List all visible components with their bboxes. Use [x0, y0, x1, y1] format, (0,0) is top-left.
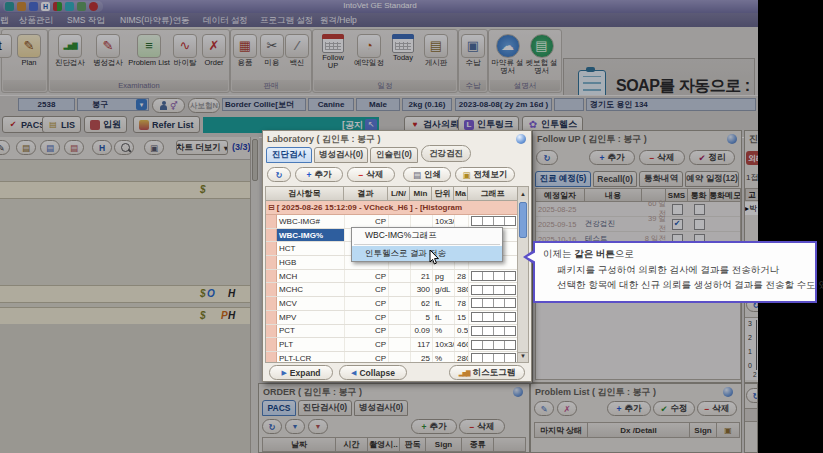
menu-data-settings[interactable]: 데이터 설정: [203, 15, 248, 27]
queue-col-header[interactable]: 고: [745, 188, 758, 201]
problem-window-orb[interactable]: [723, 387, 733, 397]
menu-remote-help[interactable]: 원격/Help: [320, 15, 357, 27]
print-preview-button[interactable]: ▤: [40, 140, 60, 155]
collapse-icon[interactable]: ⊟: [266, 203, 277, 212]
ribbon-item-supplies[interactable]: ▦ 용품: [232, 34, 258, 67]
lab-group-row[interactable]: ⊟ [ 2025-08-26 15:12:09 - VCheck_H6 ] - …: [266, 201, 528, 215]
lab-row[interactable]: PLTCP11710x3/460: [266, 338, 528, 352]
ribbon-item-pathology-test[interactable]: ✎ 병성검사: [90, 34, 126, 67]
lab-tab-insulin[interactable]: 인슐린(0): [370, 147, 418, 163]
followup-refresh-button[interactable]: ↻: [536, 150, 558, 165]
ribbon-item-problem-list[interactable]: ≡ Problem List: [128, 34, 170, 67]
problem-delete-button[interactable]: −삭제: [697, 401, 737, 416]
copy-button[interactable]: ▣: [144, 140, 164, 155]
scroll-down-button[interactable]: ▼: [518, 352, 528, 362]
queue-row[interactable]: ▸박: [745, 202, 758, 215]
call-checkbox[interactable]: [694, 204, 705, 215]
refer-list-button[interactable]: Refer List: [133, 116, 200, 133]
lab-add-button[interactable]: +추가: [295, 167, 343, 182]
order-tab-diagnostic[interactable]: 진단검사(0): [298, 400, 352, 416]
ribbon-item-diagnostic-test[interactable]: ▂▅▇ 진단검사: [52, 34, 88, 67]
chart-band-1[interactable]: $: [0, 181, 250, 199]
birthdate-field[interactable]: 2023-08-08( 2y 2m 16d ): [455, 98, 552, 111]
chart-more-button[interactable]: 차트 더보기▾: [176, 140, 228, 155]
ribbon-item-order[interactable]: ✗ Order: [200, 34, 228, 67]
quick-access-toolbar[interactable]: H: [3, 1, 103, 12]
lab-print-button[interactable]: ▤인쇄: [403, 167, 451, 182]
hospital-icon[interactable]: H: [41, 2, 50, 11]
lab-row[interactable]: PCTCP0.09%0.5: [266, 325, 528, 339]
key-icon[interactable]: [29, 2, 38, 11]
record-icon[interactable]: [89, 2, 98, 11]
followup-window-orb[interactable]: [727, 134, 737, 144]
followup-row[interactable]: 2025-08-25 60 일전: [536, 202, 740, 217]
followup-delete-button[interactable]: −삭제: [639, 150, 685, 165]
ribbon-item-narcotics-guide[interactable]: ☁ 마약류 설명서: [491, 34, 524, 75]
empty-field[interactable]: [554, 98, 584, 111]
ribbon-item-vital[interactable]: ∿ 바이탈: [170, 34, 200, 67]
temperature-icon[interactable]: [65, 2, 74, 11]
ribbon-item-reservation[interactable]: ◔ 예약일정: [352, 34, 386, 67]
lab-delete-button[interactable]: −삭제: [347, 167, 395, 182]
lab-tab-diagnostic[interactable]: 진단검사: [266, 147, 312, 163]
menu-nims[interactable]: NIMS(마약류)연동: [120, 15, 189, 27]
problem-tool2-button[interactable]: ✗: [557, 401, 577, 416]
insurance-badge[interactable]: 사보험N: [188, 98, 220, 113]
followup-tab-scheduled[interactable]: 진료 예정(5): [535, 171, 591, 187]
problem-header-icon[interactable]: ▣: [717, 423, 739, 437]
clients-icon[interactable]: [17, 2, 26, 11]
ribbon-item-board[interactable]: ▤ 게시판: [420, 34, 452, 67]
followup-tab-call-history[interactable]: 통화내역: [639, 171, 683, 187]
ribbon-item-payment[interactable]: ▣ 수납: [461, 34, 485, 67]
lab-row[interactable]: MPVCP5fL15: [266, 311, 528, 325]
order-tab-pathology[interactable]: 병성검사(0): [354, 400, 408, 416]
print-button[interactable]: ▤: [16, 140, 36, 155]
weight-field[interactable]: 2kg (0.16): [402, 98, 452, 111]
chart-band-3[interactable]: $ P H: [0, 307, 250, 325]
lab-row[interactable]: PLT-LCRCP25%280: [266, 352, 528, 363]
problem-edit-button[interactable]: ✔수정: [653, 401, 695, 416]
lab-collapse-button[interactable]: ◀Collapse: [339, 365, 407, 380]
order-add-button[interactable]: +추가: [411, 419, 457, 434]
lab-view-all-button[interactable]: ▣전체보기: [455, 167, 515, 182]
order-filter-clear-button[interactable]: ▼: [308, 419, 328, 434]
menu-item-send-to-intohealth[interactable]: 인투헬스로 결과 전송: [352, 246, 502, 261]
breed-field[interactable]: Border Collie[보더: [222, 98, 306, 111]
cut-tool-button[interactable]: ✎: [0, 140, 10, 155]
scroll-up-button[interactable]: ▲: [518, 187, 528, 200]
chart-number-field[interactable]: 2538: [18, 98, 75, 111]
order-delete-button[interactable]: −삭제: [459, 419, 505, 434]
followup-add-button[interactable]: +추가: [589, 150, 635, 165]
ribbon-item-follow-up[interactable]: Follow UP: [316, 34, 350, 70]
ribbon-item-plan[interactable]: ✎ Plan: [12, 34, 46, 67]
followup-row[interactable]: 2025-09-15 건강검진 39 일전 ✔: [536, 217, 740, 232]
followup-tab-recall[interactable]: Recall(0): [593, 171, 637, 187]
menu-item-graph[interactable]: WBC-IMG%그래프: [352, 228, 502, 243]
lab-histogram-button[interactable]: ▂▅▇히스토그램: [449, 365, 525, 380]
ribbon-item-cut[interactable]: t: [0, 34, 12, 58]
lab-tab-checkup[interactable]: 건강검진: [421, 145, 471, 162]
search-button[interactable]: [114, 140, 134, 155]
vaccine-refresh-button[interactable]: ↻: [746, 388, 758, 403]
ribbon-item-vaccine[interactable]: ∕ 백신: [285, 34, 309, 67]
image-icon[interactable]: [77, 2, 86, 11]
ribbon-item-pet-insurance-guide[interactable]: ▤ 펫보험 설명서: [525, 34, 558, 75]
owner-button[interactable]: ⚥: [152, 98, 185, 113]
menu-products[interactable]: 상품관리: [19, 15, 53, 27]
ribbon-item-today[interactable]: Today: [388, 34, 418, 62]
followup-clean-button[interactable]: ✔정리: [689, 150, 735, 165]
order-tab-pacs[interactable]: PACS: [262, 400, 296, 416]
order-filter-button[interactable]: ▼: [285, 419, 305, 434]
menu-lab[interactable]: 랩: [0, 15, 9, 27]
followup-tab-reservations[interactable]: 예약 일정(12): [685, 171, 739, 187]
problem-tool-button[interactable]: ✎: [534, 401, 554, 416]
sex-field[interactable]: Male: [356, 98, 400, 111]
hospital-doc-button[interactable]: H: [92, 140, 112, 155]
lab-row[interactable]: MCHCCP300g/dL380: [266, 283, 528, 297]
print-settings-button[interactable]: ▤: [64, 140, 84, 155]
lab-table-scrollbar[interactable]: ▼: [517, 200, 528, 362]
problem-add-button[interactable]: +추가: [607, 401, 651, 416]
lab-refresh-button[interactable]: ↻: [267, 167, 291, 182]
outpatient-button[interactable]: 외래: [746, 151, 758, 165]
ribbon-item-grooming[interactable]: ✂ 미용: [259, 34, 285, 67]
